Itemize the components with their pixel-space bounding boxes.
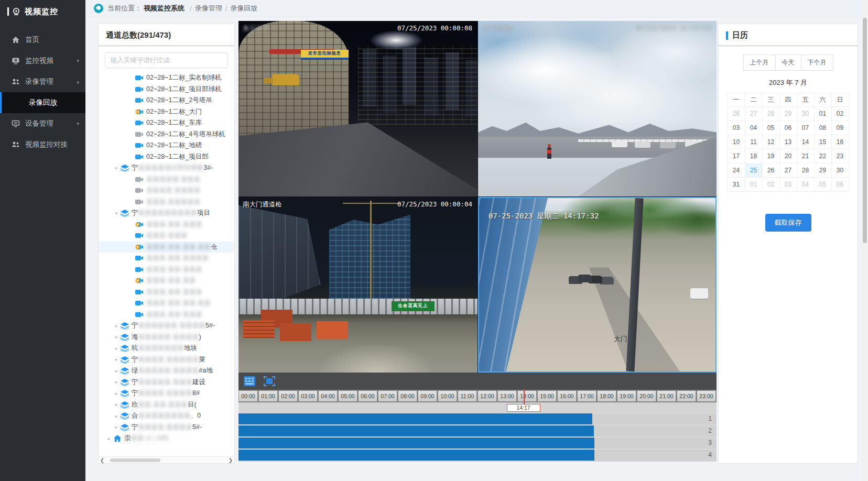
calendar-day[interactable]: 27 xyxy=(779,163,797,178)
calendar-day[interactable]: 28 xyxy=(762,107,779,121)
calendar-day[interactable]: 04 xyxy=(745,121,762,135)
calendar-day[interactable]: 05 xyxy=(814,178,831,192)
recording-bar[interactable] xyxy=(238,438,594,449)
tree-node[interactable]: 02~28~1二标_项目部球机 xyxy=(99,84,234,95)
hour-cell-14:00[interactable]: 14:00 xyxy=(517,390,537,402)
hour-cell-19:00[interactable]: 19:00 xyxy=(617,390,636,402)
sidebar-item-4[interactable]: 录像回放 xyxy=(0,92,85,113)
calendar-day[interactable]: 03 xyxy=(728,121,745,135)
sidebar-item-1[interactable]: 首页 xyxy=(0,29,85,50)
tree-horizontal-scrollbar[interactable]: ❮ ❯ xyxy=(99,456,234,463)
hour-cell-02:00[interactable]: 02:00 xyxy=(278,390,298,402)
calendar-day[interactable]: 02 xyxy=(831,107,849,121)
tree-expand-right-icon[interactable]: ▸ xyxy=(106,436,112,441)
tree-node[interactable]: ▸中某某某某路 (1 | 0/3) xyxy=(99,444,234,446)
tree-node[interactable]: 某某某 某某某某某 xyxy=(99,196,234,208)
hour-cell-01:00[interactable]: 01:00 xyxy=(258,390,278,402)
track-row-1[interactable]: 1 xyxy=(238,413,717,424)
calendar-day[interactable]: 02 xyxy=(762,178,779,192)
calendar-day[interactable]: 22 xyxy=(814,149,831,163)
calendar-day[interactable]: 05 xyxy=(762,121,779,135)
sidebar-item-3[interactable]: 录像管理▴ xyxy=(0,71,85,92)
hour-cell-09:00[interactable]: 09:00 xyxy=(418,390,437,402)
calendar-day[interactable]: 19 xyxy=(762,149,779,163)
video-tile-2[interactable]: 大门(球机) 07/25/2023 14:17:23 xyxy=(478,21,717,196)
track-row-2[interactable]: 2 xyxy=(238,425,717,436)
tree-node[interactable]: 02~28~1二标_地磅 xyxy=(99,140,234,151)
hour-cell-11:00[interactable]: 11:00 xyxy=(458,390,477,402)
calendar-day[interactable]: 29 xyxy=(779,107,797,121)
hour-cell-08:00[interactable]: 08:00 xyxy=(398,390,417,402)
calendar-day[interactable]: 26 xyxy=(762,163,779,178)
calendar-day[interactable]: 01 xyxy=(745,178,762,192)
tree-expand-right-icon[interactable]: ▸ xyxy=(113,334,120,340)
hour-cell-00:00[interactable]: 00:00 xyxy=(238,390,258,402)
tree-node[interactable]: 某某某某某 某某某 xyxy=(99,174,234,185)
page-scrollbar[interactable] xyxy=(862,0,868,481)
calendar-day[interactable]: 04 xyxy=(797,178,814,192)
calendar-day[interactable]: 18 xyxy=(745,149,762,163)
calendar-day[interactable]: 03 xyxy=(779,178,797,192)
calendar-day[interactable]: 17 xyxy=(728,149,745,163)
tree-node[interactable]: 某某某 某某 某某某 xyxy=(99,264,234,276)
recording-bar[interactable] xyxy=(238,413,592,424)
calendar-day[interactable]: 14 xyxy=(797,135,814,149)
recording-bar[interactable] xyxy=(238,450,594,461)
tree-node[interactable]: 某某某 某某 某某 某某仓 xyxy=(99,242,234,253)
tree-node[interactable]: 某某某 某某 某某某 xyxy=(99,287,234,298)
tree-node[interactable]: ▸海某某某某某 某某某某) xyxy=(99,332,234,343)
calendar-day[interactable]: 07 xyxy=(797,121,814,135)
hour-cell-22:00[interactable]: 22:00 xyxy=(677,390,696,402)
track-row-4[interactable]: 4 xyxy=(238,449,717,461)
calendar-day[interactable]: 15 xyxy=(814,135,831,149)
scrollbar-track[interactable] xyxy=(106,458,227,463)
tree-node[interactable]: 某某某 某某 某某某某 xyxy=(99,253,234,264)
calendar-day[interactable]: 28 xyxy=(797,163,814,178)
prev-month-button[interactable]: 上个月 xyxy=(743,54,776,71)
calendar-day[interactable]: 30 xyxy=(831,163,849,178)
tree-node[interactable]: ▸崇某某 (1 | 3/9) xyxy=(99,433,234,444)
hour-cell-12:00[interactable]: 12:00 xyxy=(478,390,497,402)
video-tile-3[interactable]: 生命至高无上 南大门通道枪 07/25/2023 00:00:04 xyxy=(238,197,478,373)
calendar-day[interactable]: 23 xyxy=(831,149,849,163)
page-scrollbar-thumb[interactable] xyxy=(863,18,867,243)
tree-node[interactable]: 02~28~1二标_车库 xyxy=(99,117,234,129)
tree-expand-right-icon[interactable]: ▸ xyxy=(113,424,120,430)
calendar-day[interactable]: 06 xyxy=(831,178,849,192)
channel-search-input[interactable] xyxy=(105,52,228,68)
tree-node[interactable]: 02~28~1二标_实名制球机 xyxy=(99,72,234,84)
hour-cell-23:00[interactable]: 23:00 xyxy=(697,390,716,402)
breadcrumb-item-1[interactable]: 录像管理 xyxy=(195,4,222,13)
calendar-day[interactable]: 16 xyxy=(831,135,849,149)
tree-node[interactable]: ▾宁某某某某项目部宿舍楼3#- xyxy=(99,162,234,174)
playhead-cursor[interactable] xyxy=(524,389,525,405)
calendar-day[interactable]: 30 xyxy=(797,107,814,121)
tree-node[interactable]: 某某某 某某 某某 xyxy=(99,275,234,287)
tree-node[interactable]: ▸宁某某某某 某某某某5#- xyxy=(99,422,234,433)
tree-node[interactable]: ▸宁某某某某某 某某某建设 xyxy=(99,377,234,388)
calendar-day-selected[interactable]: 25 xyxy=(745,163,762,178)
calendar-day[interactable]: 12 xyxy=(762,135,779,149)
tree-node[interactable]: 02~28~1二标_项目部 xyxy=(99,151,234,163)
tree-node[interactable]: 某某某 某某 某某 某某 xyxy=(99,298,234,309)
tree-expand-right-icon[interactable]: ▸ xyxy=(113,402,120,407)
hour-cell-06:00[interactable]: 06:00 xyxy=(358,390,377,402)
video-tile-1[interactable]: 居安思危除隐患 东某某某 07/25/2023 00:00:08 xyxy=(238,21,478,196)
tree-node[interactable]: 某某某 某某 某某某 xyxy=(99,309,234,321)
tree-expand-right-icon[interactable]: ▸ xyxy=(113,391,120,396)
hour-cell-15:00[interactable]: 15:00 xyxy=(537,390,557,402)
calendar-day[interactable]: 10 xyxy=(728,135,745,149)
hour-cell-05:00[interactable]: 05:00 xyxy=(338,390,357,402)
calendar-day[interactable]: 31 xyxy=(728,178,745,192)
hour-cell-18:00[interactable]: 18:00 xyxy=(597,390,616,402)
tree-node[interactable]: ▸绿某某某某某 某某某某#a地 xyxy=(99,365,234,377)
fullscreen-icon[interactable] xyxy=(264,376,275,386)
tree-node[interactable]: 某某某 某某某 xyxy=(99,230,234,242)
calendar-day[interactable]: 26 xyxy=(728,107,745,121)
calendar-day[interactable]: 09 xyxy=(831,121,849,135)
hour-cell-17:00[interactable]: 17:00 xyxy=(577,390,596,402)
calendar-day[interactable]: 01 xyxy=(814,107,831,121)
scrollbar-thumb[interactable] xyxy=(110,458,160,462)
tree-node[interactable]: ▸杭某某某某某某某地块 xyxy=(99,343,234,354)
hour-cell-16:00[interactable]: 16:00 xyxy=(557,390,577,402)
